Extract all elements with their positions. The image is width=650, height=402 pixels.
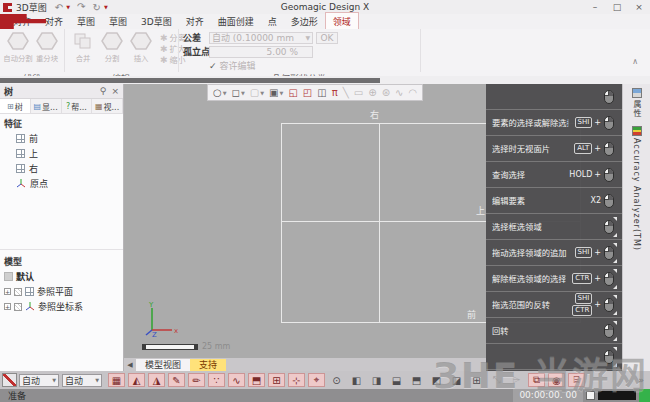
repeat-icon[interactable]: ↻ ▼ bbox=[92, 2, 107, 13]
gesture-row-7[interactable]: 拖动选择领域的追加SHI+ bbox=[486, 240, 622, 266]
model-root-item[interactable]: 默认 bbox=[0, 269, 123, 284]
expander-icon[interactable]: + bbox=[4, 303, 11, 310]
minimize-button[interactable]: – bbox=[584, 2, 606, 12]
ribbon-tab-7[interactable]: 曲面创建 bbox=[211, 13, 261, 29]
surface-visibility-icon[interactable]: ⬒ bbox=[248, 373, 265, 387]
zoom-fit-icon[interactable]: ⊙ bbox=[328, 373, 345, 387]
ribbon-tab-8[interactable]: 点 bbox=[261, 13, 284, 29]
redo-icon[interactable]: ↷ bbox=[77, 2, 85, 13]
ribbon-tab-4[interactable]: 草图 bbox=[102, 13, 134, 29]
point-visibility-icon[interactable]: ∵ bbox=[208, 373, 225, 387]
axis-visibility-icon[interactable]: ⊹ bbox=[288, 373, 305, 387]
polygon-tool-icon[interactable]: ⊛ bbox=[380, 87, 392, 98]
plane-visibility-icon[interactable]: ⊞ bbox=[268, 373, 285, 387]
capture-icon[interactable]: ⧉ bbox=[528, 373, 545, 387]
tab-support[interactable]: 支持 bbox=[190, 359, 226, 371]
line-tool-icon[interactable]: ╲ bbox=[341, 87, 351, 98]
panel-tab-display[interactable]: ▤显... bbox=[31, 99, 62, 113]
tree-item-原点[interactable]: 原点 bbox=[0, 176, 123, 191]
panel-tab-tree[interactable]: ⊞树 bbox=[0, 99, 31, 113]
tab-properties[interactable]: 属性 bbox=[631, 88, 642, 118]
tolerance-combobox[interactable]: 自动 (0.10000 mm ▼ bbox=[209, 32, 313, 44]
gesture-row-6[interactable]: 选择框选领域 bbox=[486, 214, 622, 240]
gesture-row-8[interactable]: 解除框选领域的选择CTR+ bbox=[486, 266, 622, 292]
tab-model-view[interactable]: 模型视图 bbox=[136, 359, 190, 371]
filter-dropdown-1[interactable]: 自动▼ bbox=[19, 374, 59, 387]
present-icon[interactable]: ⌸ bbox=[568, 373, 585, 387]
ribbon-collapse-icon[interactable]: ∧ bbox=[632, 57, 638, 66]
arc-tool-icon[interactable]: ◠ bbox=[406, 87, 419, 98]
shading-mode-icon[interactable]: ○▼ bbox=[211, 87, 229, 98]
gesture-row-9[interactable]: 拖选范围的反转SHICTR+ bbox=[486, 292, 622, 318]
ok-button[interactable]: OK bbox=[316, 32, 338, 44]
mesh-display-icon[interactable]: ▣▼ bbox=[267, 87, 285, 98]
close-panel-icon[interactable]: × bbox=[111, 86, 119, 96]
spline-tool-icon[interactable]: ∿ bbox=[393, 87, 405, 98]
allow-edit-checkbox[interactable]: ✓ 容许编辑 bbox=[209, 59, 416, 72]
selection-filter-icon[interactable] bbox=[2, 373, 17, 387]
tree-item-前[interactable]: 前 bbox=[0, 131, 123, 146]
auto-segment-button[interactable]: 自动分割 bbox=[4, 31, 31, 63]
gesture-row-3[interactable]: 选择时无视面片ALT+ bbox=[486, 136, 622, 162]
body-display-icon[interactable]: ◻▼ bbox=[230, 87, 247, 98]
gesture-row-10[interactable]: 回转 bbox=[486, 318, 622, 344]
visibility-toggle-icon[interactable] bbox=[14, 288, 22, 296]
multi-view-icon[interactable]: ▦ bbox=[108, 373, 125, 387]
ribbon-tab-3[interactable]: 草图 bbox=[70, 13, 102, 29]
circle-tool-icon[interactable]: ⊕ bbox=[366, 87, 378, 98]
tree-item-上[interactable]: 上 bbox=[0, 146, 123, 161]
resegment-button[interactable]: 重分块 bbox=[33, 31, 60, 63]
gesture-row-2[interactable]: 要素的选择或解除选择SHI+ bbox=[486, 110, 622, 136]
mesh-visibility-icon[interactable]: ◭ bbox=[128, 373, 145, 387]
region-visibility-icon[interactable]: ◮ bbox=[148, 373, 165, 387]
panel-tab-help[interactable]: ?帮... bbox=[62, 99, 93, 113]
viewport-camera-icon[interactable]: π bbox=[330, 87, 340, 98]
pin-icon[interactable]: ⚲ bbox=[100, 86, 107, 96]
close-button[interactable]: × bbox=[628, 2, 650, 12]
label-visibility-icon[interactable]: ⌖ bbox=[308, 373, 325, 387]
curve-visibility-icon[interactable]: ∿ bbox=[228, 373, 245, 387]
sketch3d-visibility-icon[interactable]: ✏ bbox=[188, 373, 205, 387]
maximize-button[interactable]: □ bbox=[606, 2, 628, 12]
view-front-icon[interactable]: ◧ bbox=[348, 373, 365, 387]
transparency-icon[interactable]: ▢▼ bbox=[248, 87, 266, 98]
panel-splitter[interactable] bbox=[0, 249, 123, 250]
split-button[interactable]: 分割 bbox=[98, 31, 125, 66]
split-view-icon[interactable]: ◱ bbox=[286, 87, 299, 98]
gesture-row-4[interactable]: 查询选择HOLD+ bbox=[486, 162, 622, 188]
undo-icon[interactable]: ↶ ▼ bbox=[55, 2, 70, 13]
split-view-2-icon[interactable]: ◰ bbox=[301, 87, 314, 98]
ribbon-tab-6[interactable]: 对齐 bbox=[179, 13, 211, 29]
view-iso-icon[interactable]: ⊞ bbox=[468, 373, 485, 387]
gesture-row-1[interactable] bbox=[486, 84, 622, 110]
panel-tab-view[interactable]: ▦视... bbox=[92, 99, 123, 113]
insert-button[interactable]: 插入 bbox=[127, 31, 154, 66]
view-right-icon[interactable]: ⬒ bbox=[408, 373, 425, 387]
view-top-icon[interactable]: ◩ bbox=[428, 373, 445, 387]
merge-button[interactable]: 合并 bbox=[69, 31, 96, 66]
view-bottom-icon[interactable]: ◪ bbox=[448, 373, 465, 387]
rectangle-tool-icon[interactable]: ▭ bbox=[352, 87, 365, 98]
gesture-row-5[interactable]: 编辑要素X2 bbox=[486, 188, 622, 214]
outlier-field[interactable]: 5.00 % bbox=[209, 46, 313, 58]
ribbon-tab-10[interactable]: 领域 bbox=[325, 12, 359, 29]
view-back-icon[interactable]: ◨ bbox=[368, 373, 385, 387]
gesture-row-11[interactable] bbox=[486, 344, 622, 370]
ribbon-tab-9[interactable]: 多边形 bbox=[284, 13, 325, 29]
model-item-参照坐标系[interactable]: +参照坐标系 bbox=[0, 299, 123, 314]
tab-accuracy-analyzer[interactable]: Accuracy Analyzer(TM) bbox=[632, 126, 642, 251]
view-left-icon[interactable]: ⬓ bbox=[388, 373, 405, 387]
measure-icon[interactable]: ⤡ bbox=[488, 373, 505, 387]
tab-scroll-left-icon[interactable]: ◀ bbox=[124, 359, 136, 371]
sketch-visibility-icon[interactable]: ✎ bbox=[168, 373, 185, 387]
ribbon-scroll-thumb[interactable] bbox=[0, 78, 380, 83]
filter-dropdown-2[interactable]: 自动▼ bbox=[62, 374, 102, 387]
expander-icon[interactable]: + bbox=[4, 288, 11, 295]
toolbar-overflow-button[interactable]: » bbox=[638, 375, 648, 385]
annotate-icon[interactable]: ⌲ bbox=[508, 373, 525, 387]
tree-item-右[interactable]: 右 bbox=[0, 161, 123, 176]
ribbon-tab-5[interactable]: 3D草图 bbox=[134, 13, 179, 29]
split-vertical-icon[interactable]: ◫ bbox=[315, 87, 328, 98]
model-item-参照平面[interactable]: +参照平面 bbox=[0, 284, 123, 299]
visibility-toggle-icon[interactable] bbox=[14, 303, 22, 311]
